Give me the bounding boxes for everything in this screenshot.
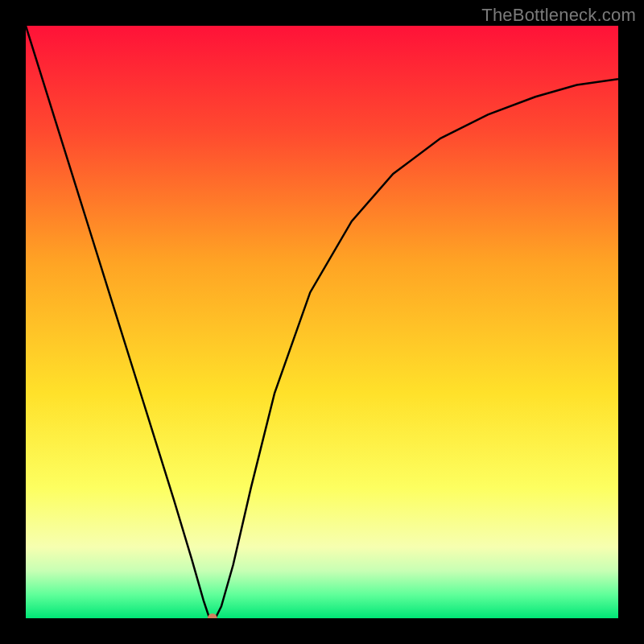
- chart-svg: [26, 26, 618, 618]
- chart-background: [26, 26, 618, 618]
- chart-frame: [26, 26, 618, 618]
- watermark-text: TheBottleneck.com: [481, 5, 636, 26]
